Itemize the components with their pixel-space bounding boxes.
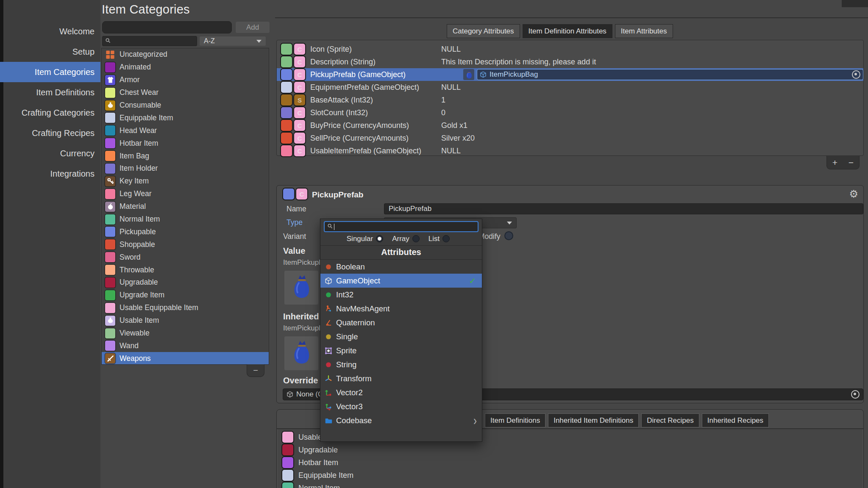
category-row-item-holder[interactable]: Item Holder bbox=[102, 162, 269, 175]
type-option-string[interactable]: String bbox=[320, 358, 482, 372]
add-category-button[interactable]: Add bbox=[235, 21, 270, 33]
attribute-row-buyprice-currencyamounts[interactable]: CBuyPrice (CurrencyAmounts)Gold x1 bbox=[277, 119, 863, 132]
category-row-viewable[interactable]: Viewable bbox=[102, 327, 269, 340]
definition-row-upgradable[interactable]: Upgradable bbox=[278, 444, 862, 456]
category-row-armor[interactable]: Armor bbox=[102, 74, 269, 86]
category-label: Head Wear bbox=[120, 126, 157, 135]
variant-label: Variant bbox=[283, 232, 306, 241]
sidebar-item-item-categories[interactable]: Item Categories bbox=[3, 62, 100, 82]
sidebar-item-item-definitions[interactable]: Item Definitions bbox=[3, 82, 100, 103]
category-row-normal-item[interactable]: Normal Item bbox=[102, 213, 269, 226]
tab-inherited-item-definitions[interactable]: Inherited Item Definitions bbox=[548, 413, 639, 427]
category-row-hotbar-item[interactable]: Hotbar Item bbox=[102, 137, 269, 150]
category-label: Usable Equippable Item bbox=[120, 303, 198, 312]
remove-attribute-button[interactable]: − bbox=[843, 156, 859, 169]
type-option-label: Codebase bbox=[336, 416, 372, 425]
definition-row-equippable-item[interactable]: Equippable Item bbox=[278, 469, 862, 482]
attribute-row-baseattack-int32[interactable]: SBaseAttack (Int32)1 bbox=[277, 94, 863, 106]
object-field-itempickupbag[interactable]: ItemPickupBag bbox=[477, 69, 863, 80]
category-row-pickupable[interactable]: Pickupable bbox=[102, 225, 269, 238]
type-option-label: Sprite bbox=[336, 346, 356, 355]
category-row-consumable[interactable]: Consumable bbox=[102, 99, 269, 112]
gear-icon[interactable]: ⚙ bbox=[849, 188, 858, 200]
sort-dropdown[interactable]: A-Z bbox=[199, 36, 266, 46]
category-row-usable-item[interactable]: Usable Item bbox=[102, 314, 269, 327]
sidebar-item-welcome[interactable]: Welcome bbox=[3, 21, 100, 42]
radio-list[interactable] bbox=[442, 235, 450, 242]
item-pickup-bag-image bbox=[291, 339, 312, 367]
new-category-name-input[interactable] bbox=[102, 21, 232, 33]
add-attribute-button[interactable]: + bbox=[827, 156, 843, 169]
attribute-row-pickupprefab-gameobject[interactable]: CPickupPrefab (GameObject)ItemPickupBag bbox=[277, 68, 863, 81]
type-option-navmeshagent[interactable]: NavMeshAgent bbox=[320, 302, 482, 316]
category-row-equippable-item[interactable]: Equippable Item bbox=[102, 111, 269, 124]
sidebar-item-crafting-categories[interactable]: Crafting Categories bbox=[3, 103, 100, 123]
sidebar-item-crafting-recipes[interactable]: Crafting Recipes bbox=[3, 123, 100, 143]
category-row-upgradable[interactable]: Upgradable bbox=[102, 276, 269, 289]
remove-category-button[interactable]: − bbox=[247, 364, 264, 377]
category-row-usable-equippable-item[interactable]: Usable Equippable Item bbox=[102, 302, 269, 314]
tab-direct-recipes[interactable]: Direct Recipes bbox=[641, 413, 699, 427]
category-search-input[interactable] bbox=[102, 36, 197, 46]
type-option-transform[interactable]: Transform bbox=[320, 372, 482, 385]
category-row-chest-wear[interactable]: Chest Wear bbox=[102, 86, 269, 99]
category-label: Consumable bbox=[120, 101, 161, 110]
type-search-input[interactable] bbox=[324, 221, 479, 232]
type-option-gameobject[interactable]: GameObject✓ bbox=[320, 274, 482, 288]
type-option-quaternion[interactable]: Quaternion bbox=[320, 316, 482, 330]
definition-label: Upgradable bbox=[298, 446, 338, 455]
type-option-int32[interactable]: Int32 bbox=[320, 288, 482, 302]
category-row-throwable[interactable]: Throwable bbox=[102, 263, 269, 276]
category-row-weapons[interactable]: Weapons bbox=[102, 352, 269, 365]
type-option-vector3[interactable]: Vector3 bbox=[320, 399, 482, 413]
type-option-codebase[interactable]: Codebase› bbox=[320, 413, 482, 427]
tab-inherited-recipes[interactable]: Inherited Recipes bbox=[702, 413, 769, 427]
object-picker-icon[interactable] bbox=[852, 70, 860, 79]
category-row-material[interactable]: Material bbox=[102, 200, 269, 213]
dot-icon bbox=[324, 360, 333, 369]
category-row-shoppable[interactable]: Shoppable bbox=[102, 238, 269, 251]
category-label: Throwable bbox=[120, 266, 154, 274]
sidebar-item-integrations[interactable]: Integrations bbox=[3, 164, 100, 184]
attribute-row-icon-sprite[interactable]: CIcon (Sprite)NULL bbox=[277, 43, 863, 55]
category-row-sword[interactable]: Sword bbox=[102, 251, 269, 263]
category-row-animated[interactable]: Animated bbox=[102, 61, 269, 74]
type-option-boolean[interactable]: Boolean bbox=[320, 260, 482, 274]
category-row-wand[interactable]: Wand bbox=[102, 339, 269, 352]
tab-category-attributes[interactable]: Category Attributes bbox=[447, 24, 520, 38]
category-label: Usable Item bbox=[120, 316, 159, 325]
object-picker-icon[interactable] bbox=[851, 390, 860, 399]
attribute-row-equipmentprefab-gameobject[interactable]: CEquipmentPrefab (GameObject)NULL bbox=[277, 81, 863, 94]
sidebar-item-currency[interactable]: Currency bbox=[3, 143, 100, 164]
attribute-row-usableitemprefab-gameobject[interactable]: CUsableItemPrefab (GameObject)NULL bbox=[277, 144, 863, 157]
type-option-single[interactable]: Single bbox=[320, 330, 482, 344]
attribute-badge-chip: C bbox=[294, 145, 305, 156]
modify-toggle[interactable] bbox=[504, 231, 513, 240]
type-option-vector2[interactable]: Vector2 bbox=[320, 385, 482, 399]
radio-singular[interactable] bbox=[376, 235, 383, 242]
category-row-upgrade-item[interactable]: Upgrade Item bbox=[102, 289, 269, 302]
tab-item-attributes[interactable]: Item Attributes bbox=[615, 24, 673, 38]
type-option-label: String bbox=[336, 360, 356, 369]
tab-item-definitions[interactable]: Item Definitions bbox=[485, 413, 545, 427]
category-row-leg-wear[interactable]: Leg Wear bbox=[102, 188, 269, 200]
definition-row-hotbar-item[interactable]: Hotbar Item bbox=[278, 456, 862, 469]
radio-label-array: Array bbox=[392, 235, 409, 243]
attribute-row-slotcount-int32[interactable]: CSlotCount (Int32)0 bbox=[277, 106, 863, 119]
category-row-uncategorized[interactable]: Uncategorized bbox=[102, 48, 269, 61]
attribute-badge-chip: C bbox=[296, 189, 307, 200]
category-row-head-wear[interactable]: Head Wear bbox=[102, 124, 269, 137]
tab-item-definition-attributes[interactable]: Item Definition Attributes bbox=[523, 24, 612, 38]
radio-label-list: List bbox=[428, 235, 440, 243]
definition-row-normal-item[interactable]: Normal Item bbox=[278, 482, 862, 488]
attribute-color-chip bbox=[281, 133, 292, 144]
sidebar-item-setup[interactable]: Setup bbox=[3, 42, 100, 62]
type-option-sprite[interactable]: Sprite bbox=[320, 344, 482, 358]
name-field[interactable]: PickupPrefab bbox=[384, 203, 863, 214]
attribute-row-description-string[interactable]: CDescription (String)This Item Descripti… bbox=[277, 55, 863, 68]
category-row-key-item[interactable]: Key Item bbox=[102, 175, 269, 188]
attribute-name: SlotCount (Int32) bbox=[310, 108, 368, 117]
attribute-row-sellprice-currencyamounts[interactable]: CSellPrice (CurrencyAmounts)Silver x20 bbox=[277, 132, 863, 144]
category-row-item-bag[interactable]: Item Bag bbox=[102, 150, 269, 162]
radio-array[interactable] bbox=[412, 235, 420, 242]
